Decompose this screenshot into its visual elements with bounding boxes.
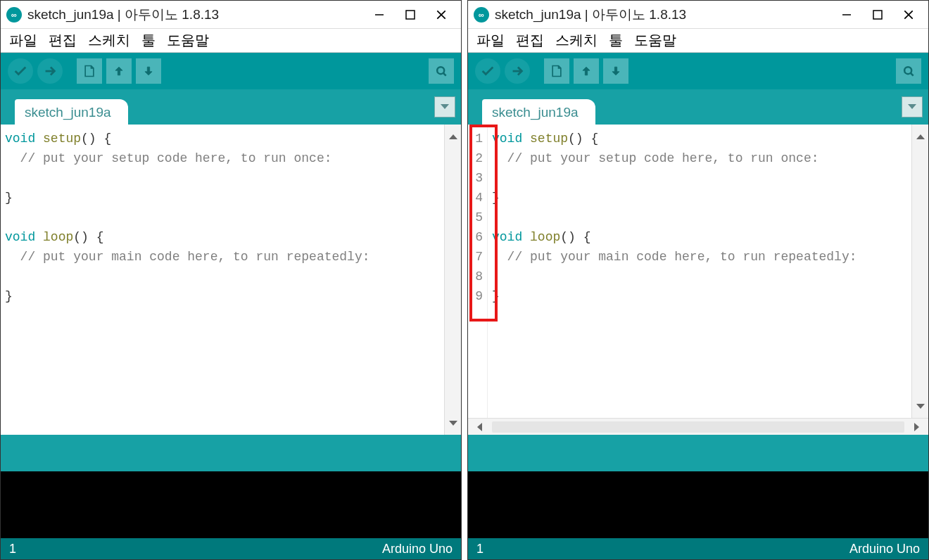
output-console[interactable] xyxy=(468,471,928,538)
sketch-tab[interactable]: sketch_jun19a xyxy=(482,99,595,125)
close-button[interactable] xyxy=(893,4,924,25)
close-button[interactable] xyxy=(426,4,457,25)
line-number-gutter: 123456789 xyxy=(468,125,488,418)
svg-rect-2 xyxy=(873,11,882,19)
save-button[interactable] xyxy=(603,58,628,84)
minimize-button[interactable] xyxy=(831,4,862,25)
open-button[interactable] xyxy=(106,58,132,84)
arduino-logo-icon: ∞ xyxy=(6,7,22,23)
menu-sketch[interactable]: 스케치 xyxy=(84,30,134,51)
vertical-scrollbar[interactable] xyxy=(911,125,928,418)
tab-menu-button[interactable] xyxy=(434,96,455,117)
open-button[interactable] xyxy=(574,58,599,84)
serial-monitor-button[interactable] xyxy=(429,58,454,84)
code-editor[interactable]: 123456789void setup() { // put your setu… xyxy=(468,125,928,418)
tab-menu-button[interactable] xyxy=(902,96,923,117)
code-editor[interactable]: void setup() { // put your setup code he… xyxy=(1,125,461,435)
upload-button[interactable] xyxy=(37,58,63,84)
verify-button[interactable] xyxy=(475,58,500,84)
menu-sketch[interactable]: 스케치 xyxy=(551,30,602,51)
status-line-number: 1 xyxy=(476,542,484,556)
menu-edit[interactable]: 편집 xyxy=(44,30,81,51)
save-button[interactable] xyxy=(136,58,161,84)
status-board: Arduino Uno xyxy=(382,542,453,556)
new-button[interactable] xyxy=(544,58,569,84)
svg-rect-0 xyxy=(406,11,415,19)
menu-file[interactable]: 파일 xyxy=(5,30,42,51)
status-board: Arduino Uno xyxy=(849,542,920,556)
menu-file[interactable]: 파일 xyxy=(472,30,509,51)
ide-window-right: ∞sketch_jun19a | 아두이노 1.8.13파일편집스케치툴도움말s… xyxy=(467,0,929,560)
menu-tools[interactable]: 툴 xyxy=(605,30,627,51)
serial-monitor-button[interactable] xyxy=(896,58,921,84)
status-line-number: 1 xyxy=(9,542,16,556)
menu-help[interactable]: 도움말 xyxy=(163,30,213,51)
arduino-logo-icon: ∞ xyxy=(474,7,489,23)
menu-help[interactable]: 도움말 xyxy=(630,30,681,51)
window-title: sketch_jun19a | 아두이노 1.8.13 xyxy=(27,6,364,24)
new-button[interactable] xyxy=(77,58,102,84)
minimize-button[interactable] xyxy=(364,4,395,25)
verify-button[interactable] xyxy=(8,58,33,84)
ide-window-left: ∞sketch_jun19a | 아두이노 1.8.13파일편집스케치툴도움말s… xyxy=(0,0,462,560)
maximize-button[interactable] xyxy=(862,4,893,25)
maximize-button[interactable] xyxy=(395,4,426,25)
output-console[interactable] xyxy=(1,471,461,538)
horizontal-scrollbar[interactable] xyxy=(468,418,928,435)
window-title: sketch_jun19a | 아두이노 1.8.13 xyxy=(495,6,831,24)
menu-tools[interactable]: 툴 xyxy=(137,30,160,51)
sketch-tab[interactable]: sketch_jun19a xyxy=(15,99,128,125)
message-area xyxy=(468,435,928,471)
vertical-scrollbar[interactable] xyxy=(444,125,461,435)
menu-edit[interactable]: 편집 xyxy=(512,30,548,51)
message-area xyxy=(1,435,461,471)
upload-button[interactable] xyxy=(505,58,530,84)
